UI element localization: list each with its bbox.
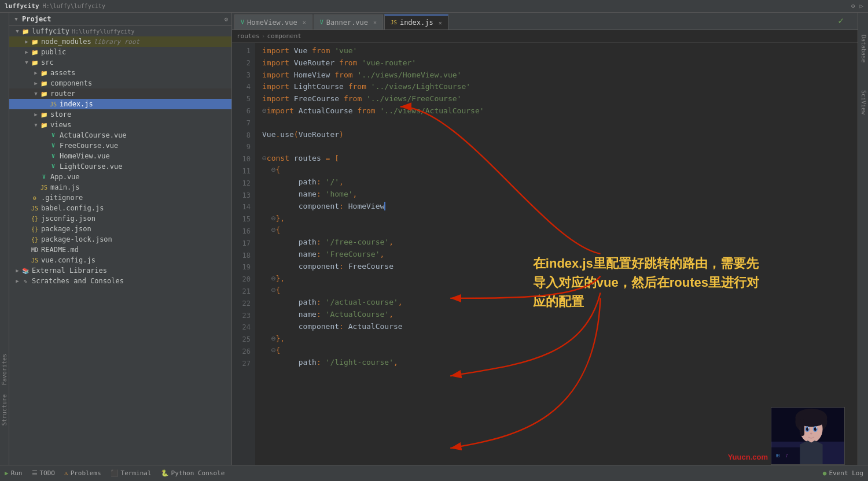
folder-icon-src: 📁 — [30, 58, 39, 66]
tree-assets[interactable]: 📁 assets — [9, 68, 231, 78]
tree-vueconfig[interactable]: JS vue.config.js — [9, 255, 231, 265]
tab-sciview[interactable]: SciView — [858, 86, 868, 119]
appvue-label: App.vue — [50, 173, 80, 181]
tree-homeview[interactable]: V HomeView.vue — [9, 151, 231, 161]
tab-bar: V HomeView.vue ✕ V Banner.vue ✕ JS index… — [232, 13, 858, 30]
tab-database[interactable]: Database — [858, 30, 868, 67]
src-label: src — [41, 58, 54, 66]
code-line-2: import VueRouter from 'vue-router' — [262, 57, 851, 69]
code-line-15: ⊖}, — [262, 213, 851, 225]
project-title: luffycity — [5, 2, 39, 10]
tree-lightcourse[interactable]: V LightCourse.vue — [9, 161, 231, 172]
svg-point-15 — [816, 427, 817, 428]
folder-icon-pub: 📁 — [30, 48, 39, 56]
code-line-10: ⊖const routes = [ — [262, 153, 851, 165]
tab-indexjs[interactable]: JS index.js ✕ — [384, 14, 448, 29]
code-line-8: Vue.use(VueRouter) — [262, 129, 851, 141]
terminal-button[interactable]: ⬛ Terminal — [111, 469, 152, 477]
tab-homeview-close[interactable]: ✕ — [303, 19, 306, 25]
tree-store[interactable]: 📁 store — [9, 109, 231, 120]
tree-jsconfig[interactable]: {} jsconfig.json — [9, 213, 231, 224]
tree-luffycity[interactable]: 📁 luffycity H:\luffy\luffycity — [9, 26, 231, 36]
tree-appvue[interactable]: V App.vue — [9, 172, 231, 182]
jsconfig-label: jsconfig.json — [41, 214, 95, 223]
project-header[interactable]: Project ⚙ — [9, 13, 231, 26]
json-icon-jsconfig: {} — [30, 214, 39, 223]
assets-arrow — [32, 69, 39, 76]
code-line-16: ⊖{ — [262, 224, 851, 236]
code-line-24: component: ActualCourse — [262, 321, 851, 333]
python-console-label: Python Console — [171, 469, 225, 477]
problems-label: Problems — [71, 469, 101, 477]
js-icon-babel: JS — [30, 204, 39, 212]
tree-readme[interactable]: MD README.md — [9, 245, 231, 255]
node-modules-label: node_modules — [41, 38, 91, 46]
vue-icon-app: V — [39, 173, 49, 181]
thumb-bg: ⊞ ♪ — [771, 408, 844, 464]
tree-src[interactable]: 📁 src — [9, 57, 231, 68]
line-numbers: 1 2 3 4 5 6 7 8 9 10 11 12 13 14 15 16 1 — [232, 43, 255, 465]
tree-components[interactable]: 📁 components — [9, 78, 231, 88]
library-root-label: library root — [94, 38, 139, 46]
tree-views[interactable]: 📁 views — [9, 120, 231, 130]
extlibs-label: External Libraries — [32, 267, 107, 275]
python-console-button[interactable]: 🐍 Python Console — [161, 469, 225, 477]
scratch-icon-sc: ✎ — [21, 277, 30, 285]
tree-gitignore[interactable]: ⚙ .gitignore — [9, 193, 231, 203]
run-icon: ▶ — [5, 469, 9, 477]
actualcourse-label: ActualCourse.vue — [60, 131, 127, 139]
toolbar-icon-1[interactable]: ⚙ — [851, 2, 855, 10]
indexjs-label: index.js — [60, 100, 93, 108]
status-bar: ▶ Run ☰ TODO ⚠ Problems ⬛ Terminal 🐍 Pyt… — [0, 465, 868, 481]
code-line-9 — [262, 141, 851, 153]
readme-label: README.md — [41, 246, 79, 254]
svg-text:⊞: ⊞ — [776, 452, 779, 458]
tab-banner-label: Banner.vue — [326, 18, 368, 27]
tree-freecourse[interactable]: V FreeCourse.vue — [9, 140, 231, 151]
tab-structure[interactable]: Structure — [0, 390, 9, 430]
problems-button[interactable]: ⚠ Problems — [64, 469, 101, 477]
toolbar-icon-2[interactable]: ▷ — [859, 2, 863, 10]
annotation-text: 在index.js里配置好跳转的路由，需要先 导入对应的vue，然后在route… — [533, 254, 759, 311]
folder-icon: 📁 — [21, 27, 30, 35]
public-label: public — [41, 48, 66, 56]
event-log-label: Event Log — [829, 469, 863, 477]
run-button[interactable]: ▶ Run — [5, 469, 23, 477]
code-line-26: ⊖{ — [262, 345, 851, 357]
tree-babel[interactable]: JS babel.config.js — [9, 203, 231, 213]
tree-public[interactable]: 📁 public — [9, 47, 231, 57]
tab-homeview[interactable]: V HomeView.vue ✕ — [234, 14, 312, 29]
tab-indexjs-close[interactable]: ✕ — [439, 20, 442, 26]
todo-button[interactable]: ☰ TODO — [32, 469, 56, 477]
code-line-5: import FreeCourse from '../views/FreeCou… — [262, 93, 851, 105]
event-log-button[interactable]: ● Event Log — [823, 469, 863, 477]
folder-icon-router: 📁 — [39, 90, 49, 98]
tree-index-js[interactable]: JS index.js — [9, 99, 231, 109]
tab-banner[interactable]: V Banner.vue ✕ — [314, 14, 383, 29]
code-line-7 — [262, 117, 851, 129]
tree-extlibs[interactable]: 📚 External Libraries — [9, 265, 231, 276]
code-line-27: path: '/light-course', — [262, 357, 851, 369]
vue-icon-lc: V — [49, 162, 58, 171]
tree-scratches[interactable]: ✎ Scratches and Consoles — [9, 276, 231, 286]
router-arrow — [32, 90, 39, 97]
tree-router[interactable]: 📁 router — [9, 88, 231, 99]
vue-icon-ac: V — [49, 131, 58, 139]
json-icon-pkg: {} — [30, 225, 39, 233]
tree-packagelock[interactable]: {} package-lock.json — [9, 234, 231, 245]
tab-favorites[interactable]: Favorites — [0, 349, 9, 390]
tree-packagejson[interactable]: {} package.json — [9, 224, 231, 234]
tab-banner-close[interactable]: ✕ — [373, 19, 377, 25]
mainjs-label: main.js — [50, 183, 80, 191]
scratches-arrow — [14, 278, 21, 284]
terminal-icon: ⬛ — [111, 469, 119, 477]
tree-node-modules[interactable]: 📁 node_modules library root — [9, 36, 231, 47]
store-label: store — [50, 110, 71, 119]
terminal-label: Terminal — [121, 469, 152, 477]
store-arrow — [32, 111, 39, 118]
tree-mainjs[interactable]: JS main.js — [9, 182, 231, 193]
vueconfig-label: vue.config.js — [41, 256, 95, 264]
tree-actualcourse[interactable]: V ActualCourse.vue — [9, 130, 231, 140]
project-settings[interactable]: ⚙ — [224, 16, 228, 23]
top-bar: luffycity H:\luffy\luffycity ⚙ ▷ — [0, 0, 868, 13]
